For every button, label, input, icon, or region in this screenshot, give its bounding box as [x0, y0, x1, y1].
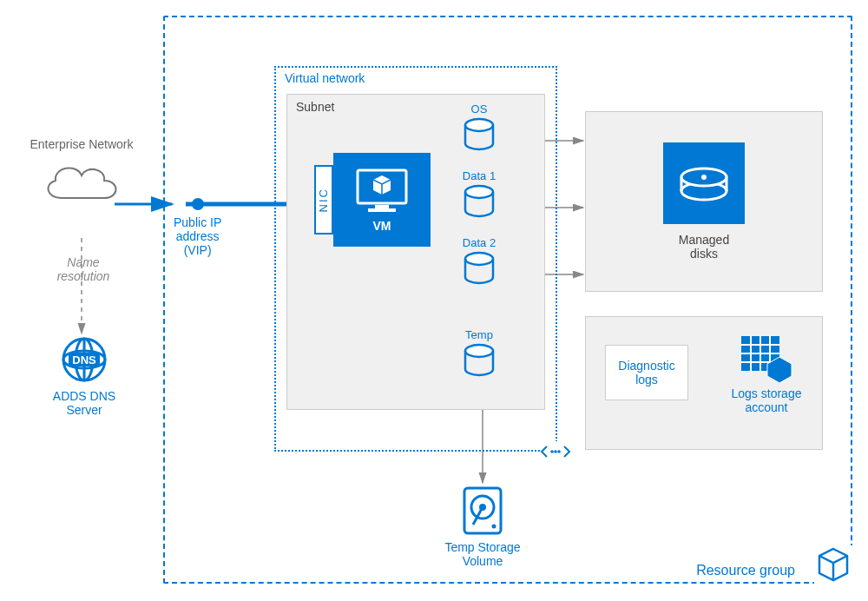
public-ip: Public IP address (VIP): [174, 198, 221, 257]
logs-box: Diagnostic logs Logs storage account: [585, 316, 823, 450]
name-resolution-label: Name resolution: [49, 255, 118, 283]
disk-data1: Data 1: [462, 169, 496, 219]
vm-label: VM: [373, 219, 391, 233]
temp-vol-label-1: Temp Storage: [444, 540, 520, 554]
temp-vol-label-2: Volume: [444, 554, 520, 568]
disk-os-label: OS: [471, 102, 488, 116]
managed-disks-icon: [663, 142, 745, 224]
temp-storage-volume: Temp Storage Volume: [436, 485, 529, 568]
resource-group-label: Resource group: [696, 563, 795, 578]
cloud-icon: [38, 156, 125, 208]
disk-data1-label: Data 1: [463, 169, 496, 182]
enterprise-network: Enterprise Network: [30, 137, 134, 208]
hard-drive-icon: [461, 485, 504, 537]
nic-label: NIC: [318, 188, 330, 212]
diagnostic-logs-box: Diagnostic logs: [605, 345, 688, 400]
dns-globe-icon: DNS: [60, 335, 108, 384]
adds-dns-server: DNS ADDS DNS Server: [36, 335, 132, 417]
svg-point-36: [550, 450, 554, 453]
disk-data2-label: Data 2: [463, 236, 496, 249]
svg-point-24: [465, 253, 493, 265]
disk-temp: Temp: [462, 328, 496, 378]
managed-disks-box: Managed disks: [585, 111, 823, 292]
svg-rect-20: [375, 205, 389, 208]
vnet-peering-icon: [540, 441, 571, 462]
svg-point-25: [465, 345, 493, 357]
disk-os: OS: [462, 102, 496, 152]
svg-point-23: [465, 186, 493, 198]
svg-text:DNS: DNS: [72, 353, 96, 367]
storage-account-icon: [740, 334, 793, 383]
diag-label-1: Diagnostic: [618, 359, 674, 373]
diag-label-2: logs: [618, 373, 674, 386]
logs-storage-label-2: account: [732, 400, 802, 414]
managed-disks-label-1: Managed: [679, 233, 729, 247]
adds-dns-label: ADDS DNS Server: [36, 389, 132, 417]
cylinder-icon: [462, 184, 496, 219]
svg-rect-21: [368, 208, 396, 212]
resource-group-icon: [814, 545, 852, 584]
disk-data2: Data 2: [462, 236, 496, 286]
vm-box: VM: [333, 153, 431, 247]
subnet-label: Subnet: [296, 100, 334, 114]
monitor-icon: [354, 167, 410, 215]
svg-point-37: [554, 450, 557, 453]
disk-temp-label: Temp: [465, 328, 493, 341]
svg-point-22: [465, 119, 493, 131]
pip-label-2: address: [174, 229, 221, 243]
nic-box: NIC: [314, 165, 333, 234]
cylinder-icon: [462, 343, 496, 378]
public-ip-dot-icon: [192, 198, 204, 210]
vnet-label: Virtual network: [285, 71, 365, 85]
cylinder-icon: [462, 117, 496, 152]
enterprise-label: Enterprise Network: [30, 137, 133, 151]
managed-disks-label-2: disks: [679, 247, 729, 261]
subnet-container: Subnet: [286, 94, 545, 410]
svg-point-38: [557, 450, 561, 453]
svg-point-35: [492, 525, 496, 529]
cylinder-icon: [462, 251, 496, 286]
pip-label-1: Public IP: [174, 215, 221, 229]
logs-storage-label-1: Logs storage: [732, 386, 802, 400]
pip-label-3: (VIP): [174, 243, 221, 257]
svg-point-10: [701, 175, 707, 180]
